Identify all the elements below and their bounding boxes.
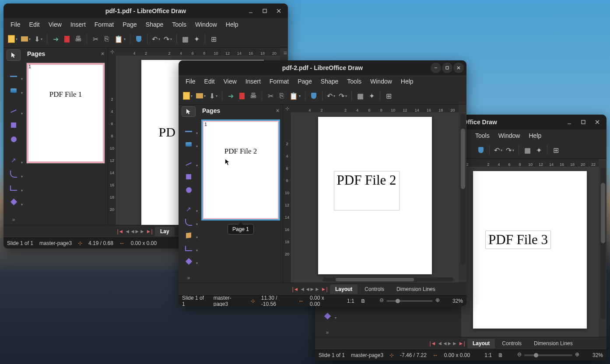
arrow-tool[interactable]: ↗▾ <box>7 155 20 165</box>
cut-button[interactable]: ✂ <box>266 91 275 101</box>
line-tool[interactable]: ▾ <box>182 159 195 169</box>
nav-first[interactable]: |◄ <box>116 228 124 235</box>
snap-icon[interactable]: ✦ <box>367 91 376 101</box>
export-button[interactable]: ➜ <box>226 91 235 101</box>
menu-window[interactable]: Window <box>367 77 396 86</box>
menu-tools[interactable]: Tools <box>168 20 190 29</box>
more-tools[interactable]: » <box>321 328 334 337</box>
minimize-button[interactable] <box>431 63 441 73</box>
nav-last[interactable]: ►| <box>320 286 328 293</box>
zoom-slider-thumb[interactable] <box>534 353 538 357</box>
maximize-button[interactable] <box>258 5 271 17</box>
export-pdf-button[interactable] <box>62 34 72 44</box>
basic-shapes-tool[interactable]: ▾ <box>182 257 195 266</box>
undo-button[interactable]: ↶▾ <box>151 34 161 44</box>
undo-button[interactable]: ↶▾ <box>326 91 336 101</box>
grid-icon[interactable]: ▦ <box>355 91 365 101</box>
rectangle-tool[interactable] <box>182 172 195 182</box>
ellipse-tool[interactable] <box>7 134 20 144</box>
menu-edit[interactable]: Edit <box>201 77 218 86</box>
close-panel-icon[interactable]: × <box>276 108 279 114</box>
close-button[interactable] <box>591 116 604 128</box>
menu-view[interactable]: View <box>45 20 65 29</box>
more-tools[interactable]: » <box>7 214 20 225</box>
menu-help[interactable]: Help <box>397 77 417 86</box>
titlebar[interactable]: pdf-2.pdf - LibreOffice Draw <box>179 60 466 75</box>
ellipse-tool[interactable] <box>182 185 195 195</box>
copy-button[interactable]: ⎘ <box>102 34 112 44</box>
tab-layout[interactable]: Layout <box>467 339 495 348</box>
menu-page[interactable]: Page <box>119 20 140 29</box>
snap-icon[interactable]: ✦ <box>192 34 201 44</box>
print-button[interactable]: 🖶 <box>249 91 258 101</box>
nav-next[interactable]: ►► <box>448 340 456 347</box>
save-button[interactable]: ⬇▾ <box>33 34 43 44</box>
curve-tool[interactable]: ▾ <box>182 217 195 227</box>
nav-first[interactable]: |◄ <box>291 286 299 293</box>
document-page[interactable]: PDF File 2 <box>318 117 432 274</box>
open-button[interactable]: ▾ <box>20 34 32 44</box>
menu-insert[interactable]: Insert <box>242 77 264 86</box>
glue-icon[interactable]: ⊞ <box>209 34 218 44</box>
clone-format-icon[interactable] <box>309 91 319 101</box>
menu-tools[interactable]: Tools <box>344 77 365 86</box>
print-button[interactable]: 🖶 <box>74 34 83 44</box>
menu-format[interactable]: Format <box>91 20 117 29</box>
panel-collapse-icon[interactable]: ≡ <box>284 49 287 56</box>
menu-insert[interactable]: Insert <box>67 20 89 29</box>
maximize-button[interactable] <box>577 116 590 128</box>
scrollbar-thumb[interactable] <box>601 183 605 244</box>
tab-dimension-lines[interactable]: Dimension Lines <box>529 339 578 348</box>
close-button[interactable] <box>453 63 464 73</box>
fill-color-tool[interactable]: ▾ <box>7 85 20 96</box>
nav-next[interactable]: ►► <box>136 228 144 235</box>
new-button[interactable]: ▾ <box>182 91 193 101</box>
grid-icon[interactable]: ▦ <box>180 34 190 44</box>
more-tools[interactable]: » <box>182 273 195 283</box>
maximize-button[interactable] <box>442 63 452 73</box>
copy-button[interactable]: ⎘ <box>277 91 287 101</box>
paste-button[interactable]: 📋▾ <box>113 34 126 44</box>
nav-prev[interactable]: ◄◄ <box>438 340 446 347</box>
nav-prev[interactable]: ◄◄ <box>126 228 134 235</box>
rectangle-tool[interactable] <box>7 120 20 130</box>
nav-next[interactable]: ►► <box>311 286 319 293</box>
line-color-tool[interactable]: ▾ <box>7 71 20 81</box>
redo-button[interactable]: ↷▾ <box>163 34 173 44</box>
vertical-scrollbar[interactable] <box>460 113 466 265</box>
menu-shape[interactable]: Shape <box>317 77 342 86</box>
cut-button[interactable]: ✂ <box>91 34 100 44</box>
canvas[interactable]: ⊹ 2246810121416182022 24681012141618 PDF… <box>453 159 606 337</box>
clone-format-icon[interactable] <box>134 34 144 44</box>
nav-first[interactable]: |◄ <box>429 340 437 347</box>
connector-tool[interactable]: ▾ <box>7 183 20 193</box>
menu-tools[interactable]: Tools <box>472 131 493 140</box>
paste-button[interactable]: 📋▾ <box>288 91 301 101</box>
tab-controls[interactable]: Controls <box>497 339 527 348</box>
redo-button[interactable]: ↷▾ <box>505 145 515 155</box>
line-tool[interactable]: ▾ <box>7 106 20 116</box>
menu-help[interactable]: Help <box>222 20 242 29</box>
clone-format-icon[interactable] <box>476 145 486 155</box>
save-button[interactable]: ⬇▾ <box>208 91 218 101</box>
horizontal-scrollbar[interactable] <box>323 277 453 282</box>
menu-window[interactable]: Window <box>495 131 524 140</box>
export-button[interactable]: ➜ <box>51 34 60 44</box>
redo-button[interactable]: ↷▾ <box>338 91 348 101</box>
document-page[interactable]: PDF File 3 <box>473 171 587 329</box>
connector-tool[interactable]: ▾ <box>182 244 195 253</box>
minimize-button[interactable] <box>563 116 576 128</box>
menu-window[interactable]: Window <box>192 20 221 29</box>
line-color-tool[interactable]: ▾ <box>182 126 195 136</box>
fill-color-tool[interactable]: ▾ <box>182 140 195 149</box>
zoom-slider-thumb[interactable] <box>396 299 400 303</box>
select-tool[interactable] <box>7 49 21 61</box>
menu-file[interactable]: File <box>7 20 24 29</box>
new-button[interactable]: ▾ <box>7 34 18 44</box>
minimize-button[interactable] <box>244 5 257 17</box>
nav-last[interactable]: ►| <box>145 228 153 235</box>
titlebar[interactable]: pdf-1.pdf - LibreOffice Draw <box>4 4 288 18</box>
glue-icon[interactable]: ⊞ <box>384 91 393 101</box>
scrollbar-thumb[interactable] <box>336 278 414 281</box>
basic-shapes-tool[interactable]: ▾ <box>7 197 20 207</box>
